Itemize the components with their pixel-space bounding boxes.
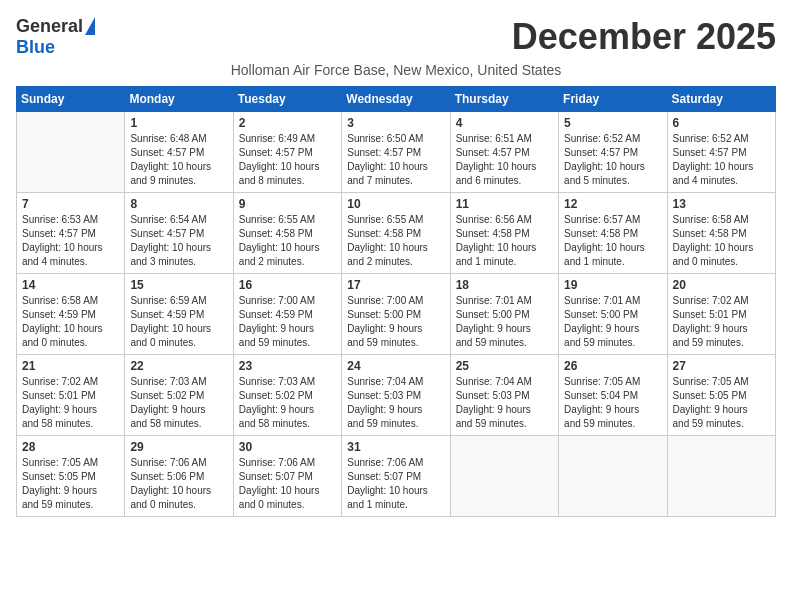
day-number: 28 <box>22 440 119 454</box>
location-subtitle: Holloman Air Force Base, New Mexico, Uni… <box>16 62 776 78</box>
day-number: 4 <box>456 116 553 130</box>
day-number: 27 <box>673 359 770 373</box>
day-info: Sunrise: 7:02 AM Sunset: 5:01 PM Dayligh… <box>22 375 119 431</box>
day-info: Sunrise: 7:00 AM Sunset: 4:59 PM Dayligh… <box>239 294 336 350</box>
calendar-week-row: 21Sunrise: 7:02 AM Sunset: 5:01 PM Dayli… <box>17 355 776 436</box>
day-info: Sunrise: 6:48 AM Sunset: 4:57 PM Dayligh… <box>130 132 227 188</box>
day-info: Sunrise: 7:02 AM Sunset: 5:01 PM Dayligh… <box>673 294 770 350</box>
day-info: Sunrise: 7:03 AM Sunset: 5:02 PM Dayligh… <box>239 375 336 431</box>
calendar-cell: 3Sunrise: 6:50 AM Sunset: 4:57 PM Daylig… <box>342 112 450 193</box>
day-info: Sunrise: 6:59 AM Sunset: 4:59 PM Dayligh… <box>130 294 227 350</box>
day-number: 10 <box>347 197 444 211</box>
calendar-cell: 21Sunrise: 7:02 AM Sunset: 5:01 PM Dayli… <box>17 355 125 436</box>
logo-triangle-icon <box>85 17 95 35</box>
calendar-cell: 13Sunrise: 6:58 AM Sunset: 4:58 PM Dayli… <box>667 193 775 274</box>
day-info: Sunrise: 6:56 AM Sunset: 4:58 PM Dayligh… <box>456 213 553 269</box>
calendar-week-row: 14Sunrise: 6:58 AM Sunset: 4:59 PM Dayli… <box>17 274 776 355</box>
day-number: 3 <box>347 116 444 130</box>
column-header-wednesday: Wednesday <box>342 87 450 112</box>
day-number: 23 <box>239 359 336 373</box>
calendar-cell: 26Sunrise: 7:05 AM Sunset: 5:04 PM Dayli… <box>559 355 667 436</box>
calendar-table: SundayMondayTuesdayWednesdayThursdayFrid… <box>16 86 776 517</box>
day-info: Sunrise: 6:52 AM Sunset: 4:57 PM Dayligh… <box>673 132 770 188</box>
column-header-thursday: Thursday <box>450 87 558 112</box>
day-number: 14 <box>22 278 119 292</box>
day-number: 13 <box>673 197 770 211</box>
day-info: Sunrise: 6:51 AM Sunset: 4:57 PM Dayligh… <box>456 132 553 188</box>
day-info: Sunrise: 6:55 AM Sunset: 4:58 PM Dayligh… <box>347 213 444 269</box>
calendar-cell: 22Sunrise: 7:03 AM Sunset: 5:02 PM Dayli… <box>125 355 233 436</box>
day-number: 5 <box>564 116 661 130</box>
day-info: Sunrise: 7:04 AM Sunset: 5:03 PM Dayligh… <box>456 375 553 431</box>
day-info: Sunrise: 7:05 AM Sunset: 5:04 PM Dayligh… <box>564 375 661 431</box>
day-info: Sunrise: 6:53 AM Sunset: 4:57 PM Dayligh… <box>22 213 119 269</box>
day-number: 6 <box>673 116 770 130</box>
calendar-cell: 31Sunrise: 7:06 AM Sunset: 5:07 PM Dayli… <box>342 436 450 517</box>
day-number: 9 <box>239 197 336 211</box>
day-info: Sunrise: 7:06 AM Sunset: 5:06 PM Dayligh… <box>130 456 227 512</box>
day-info: Sunrise: 7:04 AM Sunset: 5:03 PM Dayligh… <box>347 375 444 431</box>
calendar-cell: 5Sunrise: 6:52 AM Sunset: 4:57 PM Daylig… <box>559 112 667 193</box>
calendar-cell: 29Sunrise: 7:06 AM Sunset: 5:06 PM Dayli… <box>125 436 233 517</box>
calendar-header-row: SundayMondayTuesdayWednesdayThursdayFrid… <box>17 87 776 112</box>
calendar-cell <box>667 436 775 517</box>
day-number: 11 <box>456 197 553 211</box>
day-number: 18 <box>456 278 553 292</box>
calendar-cell: 19Sunrise: 7:01 AM Sunset: 5:00 PM Dayli… <box>559 274 667 355</box>
calendar-cell: 23Sunrise: 7:03 AM Sunset: 5:02 PM Dayli… <box>233 355 341 436</box>
day-number: 24 <box>347 359 444 373</box>
day-info: Sunrise: 7:01 AM Sunset: 5:00 PM Dayligh… <box>456 294 553 350</box>
day-number: 21 <box>22 359 119 373</box>
day-info: Sunrise: 6:54 AM Sunset: 4:57 PM Dayligh… <box>130 213 227 269</box>
day-info: Sunrise: 6:55 AM Sunset: 4:58 PM Dayligh… <box>239 213 336 269</box>
calendar-cell: 10Sunrise: 6:55 AM Sunset: 4:58 PM Dayli… <box>342 193 450 274</box>
calendar-cell: 16Sunrise: 7:00 AM Sunset: 4:59 PM Dayli… <box>233 274 341 355</box>
page-header: General Blue December 2025 <box>16 16 776 58</box>
calendar-week-row: 7Sunrise: 6:53 AM Sunset: 4:57 PM Daylig… <box>17 193 776 274</box>
day-number: 16 <box>239 278 336 292</box>
calendar-cell: 6Sunrise: 6:52 AM Sunset: 4:57 PM Daylig… <box>667 112 775 193</box>
day-number: 15 <box>130 278 227 292</box>
day-number: 12 <box>564 197 661 211</box>
day-info: Sunrise: 7:06 AM Sunset: 5:07 PM Dayligh… <box>347 456 444 512</box>
calendar-body: 1Sunrise: 6:48 AM Sunset: 4:57 PM Daylig… <box>17 112 776 517</box>
logo-blue: Blue <box>16 37 55 58</box>
calendar-week-row: 28Sunrise: 7:05 AM Sunset: 5:05 PM Dayli… <box>17 436 776 517</box>
day-info: Sunrise: 7:05 AM Sunset: 5:05 PM Dayligh… <box>22 456 119 512</box>
day-number: 2 <box>239 116 336 130</box>
day-number: 30 <box>239 440 336 454</box>
logo: General Blue <box>16 16 95 58</box>
column-header-tuesday: Tuesday <box>233 87 341 112</box>
calendar-cell <box>17 112 125 193</box>
month-title: December 2025 <box>512 16 776 58</box>
day-info: Sunrise: 7:05 AM Sunset: 5:05 PM Dayligh… <box>673 375 770 431</box>
day-info: Sunrise: 7:00 AM Sunset: 5:00 PM Dayligh… <box>347 294 444 350</box>
calendar-cell <box>559 436 667 517</box>
day-number: 17 <box>347 278 444 292</box>
logo-general: General <box>16 16 83 37</box>
day-info: Sunrise: 7:06 AM Sunset: 5:07 PM Dayligh… <box>239 456 336 512</box>
calendar-cell: 27Sunrise: 7:05 AM Sunset: 5:05 PM Dayli… <box>667 355 775 436</box>
calendar-cell: 17Sunrise: 7:00 AM Sunset: 5:00 PM Dayli… <box>342 274 450 355</box>
column-header-friday: Friday <box>559 87 667 112</box>
calendar-cell: 20Sunrise: 7:02 AM Sunset: 5:01 PM Dayli… <box>667 274 775 355</box>
calendar-cell: 7Sunrise: 6:53 AM Sunset: 4:57 PM Daylig… <box>17 193 125 274</box>
day-number: 8 <box>130 197 227 211</box>
column-header-sunday: Sunday <box>17 87 125 112</box>
calendar-week-row: 1Sunrise: 6:48 AM Sunset: 4:57 PM Daylig… <box>17 112 776 193</box>
calendar-cell: 9Sunrise: 6:55 AM Sunset: 4:58 PM Daylig… <box>233 193 341 274</box>
calendar-cell <box>450 436 558 517</box>
column-header-saturday: Saturday <box>667 87 775 112</box>
day-info: Sunrise: 7:01 AM Sunset: 5:00 PM Dayligh… <box>564 294 661 350</box>
day-number: 29 <box>130 440 227 454</box>
day-number: 31 <box>347 440 444 454</box>
calendar-cell: 12Sunrise: 6:57 AM Sunset: 4:58 PM Dayli… <box>559 193 667 274</box>
calendar-cell: 15Sunrise: 6:59 AM Sunset: 4:59 PM Dayli… <box>125 274 233 355</box>
day-number: 25 <box>456 359 553 373</box>
calendar-cell: 11Sunrise: 6:56 AM Sunset: 4:58 PM Dayli… <box>450 193 558 274</box>
calendar-cell: 24Sunrise: 7:04 AM Sunset: 5:03 PM Dayli… <box>342 355 450 436</box>
day-info: Sunrise: 6:58 AM Sunset: 4:58 PM Dayligh… <box>673 213 770 269</box>
calendar-cell: 14Sunrise: 6:58 AM Sunset: 4:59 PM Dayli… <box>17 274 125 355</box>
calendar-cell: 1Sunrise: 6:48 AM Sunset: 4:57 PM Daylig… <box>125 112 233 193</box>
calendar-cell: 4Sunrise: 6:51 AM Sunset: 4:57 PM Daylig… <box>450 112 558 193</box>
